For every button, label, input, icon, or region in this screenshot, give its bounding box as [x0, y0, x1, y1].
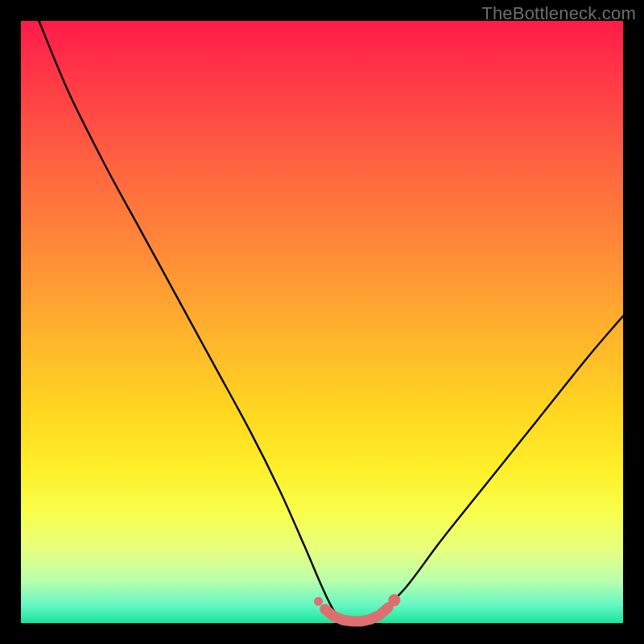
bottleneck-chart	[21, 21, 623, 623]
marker-dot	[388, 594, 400, 606]
optimal-range-band	[325, 608, 389, 621]
gradient-plot-area	[21, 21, 623, 623]
outer-frame: TheBottleneck.com	[0, 0, 644, 644]
bottleneck-curve	[39, 21, 623, 624]
watermark-text: TheBottleneck.com	[481, 3, 636, 24]
marker-dot	[314, 597, 323, 606]
